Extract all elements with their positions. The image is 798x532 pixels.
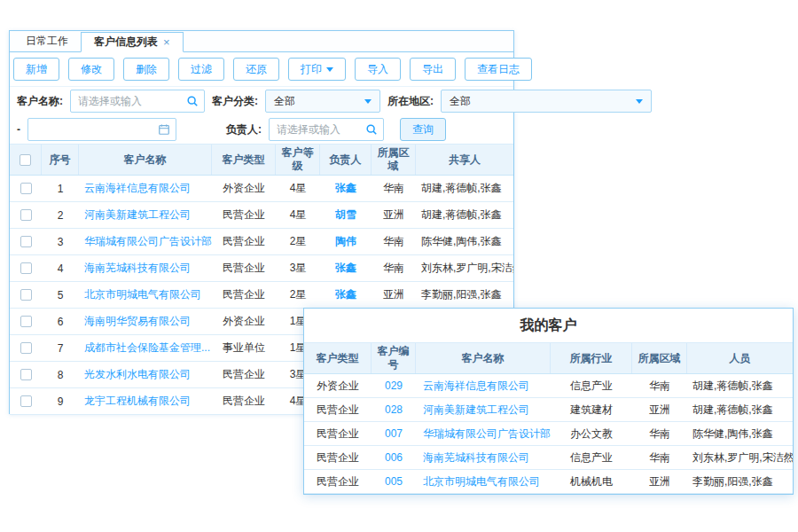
customer-type: 民营企业 <box>304 474 372 489</box>
owner-link[interactable]: 胡雪 <box>335 208 356 221</box>
customer-level: 4星 <box>276 207 320 223</box>
customer-row[interactable]: 2 河南美新建筑工程公司 民营企业 4星 胡雪 亚洲 胡建,蒋德帧,张鑫 <box>10 202 513 229</box>
row-checkbox[interactable] <box>20 209 32 221</box>
customer-row[interactable]: 3 华瑞城有限公司广告设计部 民营企业 2星 陶伟 华南 陈华健,陶伟,张鑫 <box>10 229 513 255</box>
customer-name-link[interactable]: 北京市明城电气有限公司 <box>84 288 201 301</box>
owner-cell: 张鑫 <box>320 261 372 276</box>
query-button[interactable]: 查询 <box>400 118 446 141</box>
row-checkbox-cell <box>10 395 42 407</box>
customer-row[interactable]: 1 云南海祥信息有限公司 外资企业 4星 张鑫 华南 胡建,蒋德帧,张鑫 <box>10 176 513 202</box>
my-customer-row[interactable]: 外资企业 029 云南海祥信息有限公司 信息产业 华南 胡建,蒋德帧,张鑫 <box>304 374 793 398</box>
shared-users: 胡建,蒋德帧,张鑫 <box>416 207 513 223</box>
row-checkbox[interactable] <box>20 289 32 301</box>
tab-customer-list[interactable]: 客户信息列表 × <box>81 32 184 52</box>
customer-type: 事业单位 <box>212 340 276 356</box>
customer-name-link[interactable]: 云南海祥信息有限公司 <box>423 379 529 392</box>
customer-type: 民营企业 <box>304 426 372 442</box>
row-index: 2 <box>42 209 79 222</box>
customer-category-value: 全部 <box>274 94 295 109</box>
staff: 刘东林,罗广明,宋洁然... <box>687 450 793 466</box>
row-checkbox[interactable] <box>20 369 32 380</box>
row-checkbox-cell <box>10 342 42 354</box>
customer-name-cell: 海南芜城科技有限公司 <box>79 261 212 276</box>
row-checkbox[interactable] <box>20 183 32 194</box>
customer-name-link[interactable]: 龙宇工程机械有限公司 <box>84 395 191 407</box>
my-customer-row[interactable]: 民营企业 028 河南美新建筑工程公司 建筑建材 亚洲 胡建,蒋德帧,张鑫 <box>304 398 793 422</box>
customer-name-link[interactable]: 华瑞城有限公司广告设计部 <box>84 235 212 247</box>
staff: 陈华健,陶伟,张鑫 <box>687 426 793 442</box>
chevron-down-icon <box>636 99 643 104</box>
owner-cell: 陶伟 <box>320 234 372 249</box>
customer-name-link[interactable]: 云南海祥信息有限公司 <box>84 182 191 194</box>
row-index: 9 <box>42 395 79 408</box>
customer-code-link[interactable]: 028 <box>385 403 403 416</box>
import-button[interactable]: 导入 <box>355 58 401 81</box>
customer-code-link[interactable]: 007 <box>385 427 403 440</box>
add-button[interactable]: 新增 <box>13 58 59 81</box>
restore-button[interactable]: 还原 <box>233 58 279 81</box>
customer-level: 3星 <box>276 261 320 276</box>
row-checkbox-cell <box>10 316 42 327</box>
owner-link[interactable]: 张鑫 <box>335 182 356 194</box>
tab-daily-work[interactable]: 日常工作 <box>13 31 81 51</box>
close-tab-icon[interactable]: × <box>163 36 170 48</box>
customer-name-link[interactable]: 河南美新建筑工程公司 <box>423 403 529 416</box>
search-icon[interactable] <box>186 95 199 107</box>
row-checkbox[interactable] <box>20 262 32 274</box>
customer-name-link[interactable]: 北京市明城电气有限公司 <box>423 475 540 488</box>
customer-name-cell: 龙宇工程机械有限公司 <box>79 394 212 409</box>
customer-code-cell: 007 <box>372 426 416 442</box>
owner-link[interactable]: 张鑫 <box>335 288 356 301</box>
row-checkbox[interactable] <box>20 342 32 354</box>
region: 华南 <box>372 234 416 249</box>
customer-row[interactable]: 5 北京市明城电气有限公司 民营企业 2星 张鑫 亚洲 李勤丽,阳强,张鑫 <box>10 282 513 309</box>
customer-name-cell: 海南芜城科技有限公司 <box>416 450 551 466</box>
customer-name-link[interactable]: 光发水利水电有限公司 <box>84 368 191 380</box>
my-customer-row[interactable]: 民营企业 006 海南芜城科技有限公司 信息产业 华南 刘东林,罗广明,宋洁然.… <box>304 446 793 470</box>
customer-code-link[interactable]: 006 <box>385 451 403 464</box>
customer-code-cell: 029 <box>372 378 416 394</box>
row-checkbox-cell <box>10 183 42 194</box>
customer-type: 民营企业 <box>304 450 372 466</box>
customer-category-select[interactable]: 全部 <box>265 90 380 113</box>
industry: 建筑建材 <box>551 403 632 418</box>
my-customers-table-body: 外资企业 029 云南海祥信息有限公司 信息产业 华南 胡建,蒋德帧,张鑫 民营… <box>304 374 793 494</box>
my-customer-row[interactable]: 民营企业 007 华瑞城有限公司广告设计部 办公文教 华南 陈华健,陶伟,张鑫 <box>304 422 793 446</box>
date-input[interactable] <box>27 118 176 141</box>
customer-type: 外资企业 <box>212 181 276 196</box>
filter-button[interactable]: 过滤 <box>178 58 224 81</box>
view-log-button[interactable]: 查看日志 <box>465 58 532 81</box>
owner-link[interactable]: 陶伟 <box>335 235 356 247</box>
print-button[interactable]: 打印 <box>288 58 346 81</box>
customer-name-link[interactable]: 华瑞城有限公司广告设计部 <box>423 427 551 440</box>
customer-name-input-wrap <box>70 90 205 113</box>
row-checkbox[interactable] <box>20 236 32 247</box>
customer-code-link[interactable]: 005 <box>385 475 403 488</box>
search-icon[interactable] <box>365 123 378 136</box>
filter-row-2: - 负责人: 查询 <box>10 115 659 144</box>
row-checkbox[interactable] <box>20 316 32 327</box>
owner-link[interactable]: 张鑫 <box>335 262 356 274</box>
region: 亚洲 <box>372 207 416 223</box>
my-customer-row[interactable]: 民营企业 005 北京市明城电气有限公司 机械机电 亚洲 李勤丽,阳强,张鑫 <box>304 470 793 494</box>
customer-name-input[interactable] <box>70 90 205 113</box>
customer-name-link[interactable]: 海南芜城科技有限公司 <box>84 262 191 274</box>
customer-name-link[interactable]: 海南明华贸易有限公司 <box>84 315 191 327</box>
customer-type: 民营企业 <box>212 367 276 382</box>
customer-code-cell: 005 <box>372 473 416 489</box>
row-index: 5 <box>42 289 79 301</box>
shared-users: 陈华健,陶伟,张鑫 <box>416 234 513 249</box>
area-select[interactable]: 全部 <box>441 90 652 113</box>
customer-name-link[interactable]: 成都市社会保险基金管理... <box>84 341 210 354</box>
calendar-icon[interactable] <box>158 123 170 136</box>
delete-button[interactable]: 删除 <box>123 58 169 81</box>
edit-button[interactable]: 修改 <box>68 58 114 81</box>
export-button[interactable]: 导出 <box>410 58 456 81</box>
customer-name-link[interactable]: 海南芜城科技有限公司 <box>423 451 529 464</box>
customer-code-link[interactable]: 029 <box>385 379 403 392</box>
customer-name-link[interactable]: 河南美新建筑工程公司 <box>84 208 191 221</box>
row-checkbox[interactable] <box>20 395 32 407</box>
customer-row[interactable]: 4 海南芜城科技有限公司 民营企业 3星 张鑫 华南 刘东林,罗广明,宋洁然,张… <box>10 255 513 282</box>
select-all-checkbox[interactable] <box>20 154 31 166</box>
header-staff: 人员 <box>687 343 793 373</box>
